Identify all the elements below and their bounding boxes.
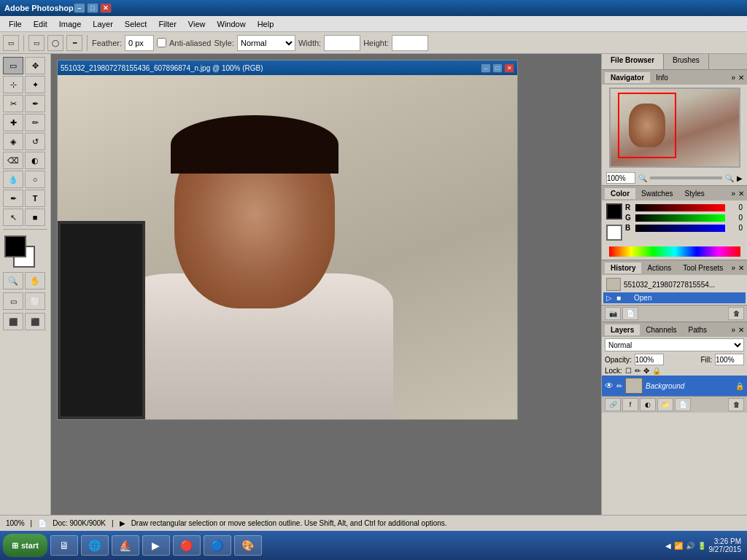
menu-help[interactable]: Help <box>252 18 280 30</box>
clone-tool[interactable]: ◈ <box>3 133 23 150</box>
lock-all-icon[interactable]: 🔒 <box>652 367 661 375</box>
taskbar-item-chrome[interactable]: 🔴 <box>173 535 201 556</box>
standard-mode[interactable]: ▭ <box>3 292 23 310</box>
hand-tool[interactable]: ✋ <box>25 272 45 289</box>
file-browser-tab[interactable]: File Browser <box>602 54 664 69</box>
text-tool[interactable]: T <box>25 190 45 207</box>
maximize-button[interactable]: □ <box>87 3 98 13</box>
history-brush-tool[interactable]: ↺ <box>25 133 45 150</box>
blend-mode-select[interactable]: Normal <box>605 338 744 351</box>
history-item-open[interactable]: ▷ ■ Open <box>603 292 746 303</box>
history-new-doc-btn[interactable]: 📄 <box>622 307 638 320</box>
volume-icon[interactable]: 🔊 <box>686 542 694 550</box>
layers-panel-arrow[interactable]: » <box>731 326 735 334</box>
close-button[interactable]: ✕ <box>100 3 112 13</box>
healing-tool[interactable]: ✚ <box>3 114 23 131</box>
layer-link-btn[interactable]: 🔗 <box>605 398 621 411</box>
menu-filter[interactable]: Filter <box>152 18 182 30</box>
taskbar-item-blue[interactable]: 🔵 <box>204 535 231 556</box>
battery-icon[interactable]: 🔋 <box>697 542 706 550</box>
marquee-options-btn[interactable]: ▭ <box>3 35 19 51</box>
eraser-tool[interactable]: ⌫ <box>3 152 23 169</box>
lasso-tool[interactable]: ⊹ <box>3 76 23 93</box>
minimize-button[interactable]: – <box>74 3 85 13</box>
lock-transparent-icon[interactable]: ☐ <box>625 367 632 375</box>
doc-maximize-button[interactable]: □ <box>492 63 503 73</box>
actions-tab[interactable]: Actions <box>641 262 677 273</box>
history-panel-arrow[interactable]: » <box>731 264 735 272</box>
zoom-tool[interactable]: 🔍 <box>3 272 23 289</box>
tool-presets-tab[interactable]: Tool Presets <box>677 262 729 273</box>
expand-icon[interactable]: ▶ <box>737 174 743 182</box>
paths-tab[interactable]: Paths <box>683 324 713 335</box>
system-clock[interactable]: 3:26 PM 9/27/2015 <box>709 537 742 553</box>
magic-wand-tool[interactable]: ✦ <box>25 76 45 93</box>
navigator-zoom-input[interactable] <box>606 172 635 184</box>
crop-tool[interactable]: ✂ <box>3 95 23 112</box>
start-button[interactable]: ⊞ start <box>3 534 47 557</box>
jump-to-button[interactable]: ⬛ <box>3 313 23 330</box>
marquee-rect-btn[interactable]: ▭ <box>28 35 44 51</box>
slice-tool[interactable]: ✒ <box>25 95 45 112</box>
layers-tab[interactable]: Layers <box>605 324 640 335</box>
height-input[interactable] <box>392 35 428 51</box>
layer-mask-btn[interactable]: ◐ <box>640 398 656 411</box>
layer-background[interactable]: 👁 ✏ Background 🔒 <box>602 376 747 396</box>
menu-file[interactable]: File <box>3 18 28 30</box>
color-spectrum-bar[interactable] <box>609 246 740 257</box>
brushes-tab[interactable]: Brushes <box>664 54 709 69</box>
marquee-row-btn[interactable]: ━ <box>66 35 82 51</box>
menu-edit[interactable]: Edit <box>28 18 53 30</box>
doc-close-button[interactable]: ✕ <box>504 63 514 73</box>
zoom-out-icon[interactable]: 🔍 <box>638 174 647 182</box>
marquee-tool[interactable]: ▭ <box>3 57 23 74</box>
doc-minimize-button[interactable]: – <box>481 63 491 73</box>
taskbar-item-media[interactable]: ▶ <box>142 535 170 556</box>
taskbar-item-sail[interactable]: ⛵ <box>112 535 139 556</box>
taskbar-item-paint[interactable]: 🎨 <box>234 535 262 556</box>
brush-tool[interactable]: ✏ <box>25 114 45 131</box>
network-icon[interactable]: 📶 <box>674 542 683 550</box>
channels-tab[interactable]: Channels <box>640 324 682 335</box>
taskbar-item-ie[interactable]: 🌐 <box>81 535 109 556</box>
menu-view[interactable]: View <box>182 18 212 30</box>
opacity-input[interactable] <box>635 354 664 365</box>
layer-new-group-btn[interactable]: 📁 <box>657 398 673 411</box>
layer-new-btn[interactable]: 📄 <box>675 398 691 411</box>
move-tool[interactable]: ✥ <box>25 57 45 74</box>
menu-window[interactable]: Window <box>212 18 252 30</box>
history-snapshot-btn[interactable]: 📷 <box>605 307 621 320</box>
marquee-ellipse-btn[interactable]: ◯ <box>47 35 63 51</box>
taskbar-item-explorer[interactable]: 🖥 <box>50 535 78 556</box>
layer-style-btn[interactable]: f <box>622 398 638 411</box>
width-input[interactable] <box>324 35 360 51</box>
shape-tool[interactable]: ■ <box>25 209 45 226</box>
navigator-tab[interactable]: Navigator <box>605 72 650 83</box>
lock-move-icon[interactable]: ✥ <box>643 367 649 375</box>
dodge-tool[interactable]: ○ <box>25 171 45 188</box>
menu-select[interactable]: Select <box>119 18 153 30</box>
zoom-in-icon[interactable]: 🔍 <box>725 174 734 182</box>
color-panel-close[interactable]: ✕ <box>738 190 744 198</box>
layers-panel-close[interactable]: ✕ <box>738 326 744 334</box>
navigator-panel-close[interactable]: ✕ <box>738 74 744 82</box>
pen-tool[interactable]: ✒ <box>3 190 23 207</box>
blur-tool[interactable]: 💧 <box>3 171 23 188</box>
lock-brush-icon[interactable]: ✏ <box>635 367 640 375</box>
history-tab[interactable]: History <box>605 262 641 273</box>
history-delete-btn[interactable]: 🗑 <box>728 307 744 320</box>
style-select[interactable]: Normal <box>237 35 295 51</box>
layer-delete-btn[interactable]: 🗑 <box>728 398 744 411</box>
navigator-zoom-slider[interactable] <box>650 176 722 179</box>
green-slider[interactable] <box>635 214 725 222</box>
red-slider[interactable] <box>635 204 725 211</box>
history-panel-close[interactable]: ✕ <box>738 264 744 272</box>
extra-btn[interactable]: ⬛ <box>25 313 45 330</box>
navigator-panel-arrow[interactable]: » <box>731 74 735 82</box>
visibility-eye-icon[interactable]: 👁 <box>605 381 614 391</box>
foreground-color-box[interactable] <box>4 236 26 257</box>
fullscreen-mode[interactable]: ⬜ <box>25 292 45 310</box>
info-tab[interactable]: Info <box>650 72 674 83</box>
gradient-tool[interactable]: ◐ <box>25 152 45 169</box>
color-tab[interactable]: Color <box>605 188 635 199</box>
